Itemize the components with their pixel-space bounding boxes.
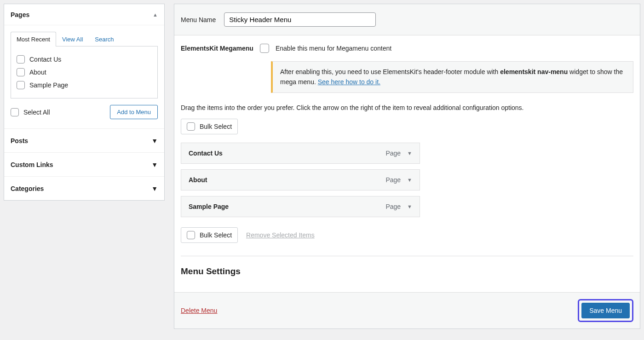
accordion-header-pages[interactable]: Pages ▲ (4, 4, 164, 25)
menu-item-row[interactable]: Sample Page Page ▼ (181, 196, 420, 217)
accordion-title: Posts (11, 137, 28, 144)
megamenu-enable-label: Enable this menu for Megamenu content (276, 45, 391, 52)
menu-item-row[interactable]: Contact Us Page ▼ (181, 143, 420, 164)
chevron-down-icon: ▼ (151, 161, 158, 168)
menu-name-label: Menu Name (181, 16, 216, 23)
accordion-header-posts[interactable]: Posts ▼ (4, 128, 164, 152)
save-highlight: Save Menu (578, 299, 633, 322)
page-item-label: Sample Page (29, 81, 68, 89)
menu-item-title: Contact Us (189, 150, 223, 157)
page-item-label: About (29, 69, 46, 76)
save-menu-button[interactable]: Save Menu (581, 303, 630, 318)
checkbox-icon[interactable] (17, 81, 25, 89)
drag-instructions: Drag the items into the order you prefer… (181, 104, 633, 111)
chevron-down-icon[interactable]: ▼ (407, 177, 412, 183)
menu-item-type: Page (385, 203, 401, 210)
divider (181, 256, 633, 256)
accordion-header-custom-links[interactable]: Custom Links ▼ (4, 152, 164, 176)
megamenu-enable-checkbox[interactable] (260, 44, 269, 53)
menu-item-row[interactable]: About Page ▼ (181, 169, 420, 190)
page-checkbox-row[interactable]: Sample Page (17, 79, 152, 92)
accordion-title: Pages (11, 11, 29, 18)
bulk-select-top[interactable]: Bulk Select (181, 119, 238, 134)
chevron-down-icon[interactable]: ▼ (407, 204, 412, 209)
checkbox-icon[interactable] (11, 108, 19, 116)
bulk-select-bottom[interactable]: Bulk Select (181, 227, 238, 243)
chevron-down-icon[interactable]: ▼ (407, 150, 412, 156)
checkbox-icon[interactable] (187, 122, 195, 131)
delete-menu-link[interactable]: Delete Menu (181, 307, 217, 314)
page-checkbox-row[interactable]: About (17, 66, 152, 79)
accordion-title: Custom Links (11, 161, 53, 168)
checkbox-icon[interactable] (187, 231, 195, 239)
checkbox-icon[interactable] (17, 68, 25, 76)
chevron-down-icon: ▼ (151, 137, 158, 144)
menu-settings-heading: Menu Settings (181, 266, 633, 277)
menu-item-type: Page (385, 150, 401, 157)
page-item-label: Contact Us (29, 56, 61, 63)
accordion-title: Categories (11, 185, 44, 192)
menu-name-input[interactable] (224, 12, 376, 27)
checkbox-icon[interactable] (17, 55, 25, 63)
page-checkbox-row[interactable]: Contact Us (17, 53, 152, 66)
megamenu-heading: ElementsKit Megamenu (181, 45, 253, 52)
tab-search[interactable]: Search (89, 32, 120, 46)
add-to-menu-button[interactable]: Add to Menu (110, 105, 158, 119)
select-all-label: Select All (23, 109, 50, 116)
megamenu-help-link[interactable]: See here how to do it. (318, 78, 380, 86)
menu-item-title: About (189, 176, 207, 184)
menu-item-type: Page (385, 176, 401, 184)
remove-selected-link: Remove Selected Items (246, 231, 315, 239)
chevron-up-icon: ▲ (153, 12, 158, 17)
tab-view-all[interactable]: View All (56, 32, 89, 46)
accordion-header-categories[interactable]: Categories ▼ (4, 176, 164, 200)
select-all-row[interactable]: Select All (11, 106, 50, 119)
chevron-down-icon: ▼ (151, 185, 158, 192)
tab-most-recent[interactable]: Most Recent (11, 32, 56, 46)
menu-item-title: Sample Page (189, 203, 229, 210)
megamenu-notice: After enabling this, you need to use Ele… (271, 61, 633, 93)
